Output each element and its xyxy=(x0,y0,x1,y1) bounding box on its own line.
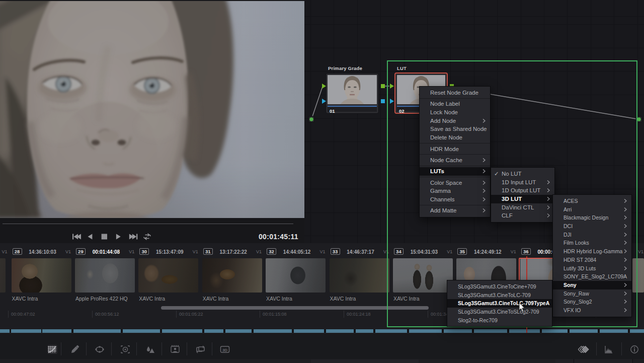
svg-text:3D: 3D xyxy=(222,348,227,352)
